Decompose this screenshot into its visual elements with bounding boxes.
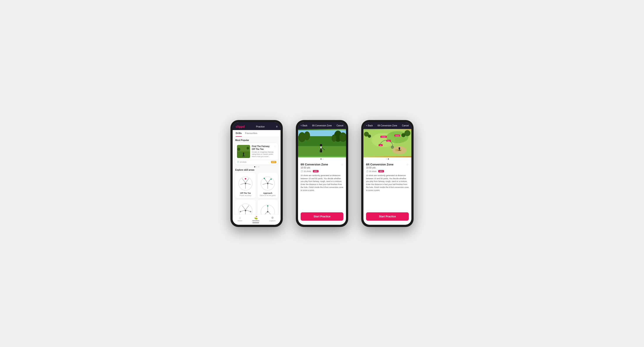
svg-point-81 bbox=[392, 147, 393, 148]
start-practice-button[interactable]: Start Practice bbox=[301, 212, 343, 221]
phone3-drill-meta: 🕐 20 shots ARG bbox=[366, 170, 409, 172]
nav-home[interactable]: ⌂ Home bbox=[238, 216, 242, 223]
featured-drill-subtitle: Off The Tee bbox=[252, 148, 270, 151]
svg-rect-59 bbox=[320, 146, 322, 148]
svg-text:Miss: Miss bbox=[387, 140, 390, 142]
svg-line-20 bbox=[264, 179, 268, 183]
svg-point-25 bbox=[270, 179, 272, 180]
featured-drill-card[interactable]: Find The Fairway Off The Tee ☆ Create an… bbox=[235, 143, 278, 165]
skill-areas-grid: Off The Tee Power accuracy bbox=[235, 173, 278, 214]
activities-icon: ⛳ bbox=[254, 216, 258, 219]
skill-desc-ott: Power accuracy bbox=[240, 194, 251, 196]
dot-3 bbox=[258, 166, 259, 167]
tab-drills[interactable]: Drills bbox=[236, 130, 242, 137]
svg-line-31 bbox=[240, 210, 246, 212]
svg-line-30 bbox=[246, 206, 249, 210]
active-indicator bbox=[252, 223, 259, 223]
cancel-button[interactable]: Cancel bbox=[336, 124, 343, 127]
phone3-drill-range: 10-50 yds bbox=[366, 167, 409, 169]
phone3-cancel-button[interactable]: Cancel bbox=[402, 124, 409, 127]
svg-point-2 bbox=[237, 148, 240, 151]
img-dot-2 bbox=[322, 158, 324, 160]
phone-1: clippd Practice ≡ Drills Favourites Most… bbox=[230, 120, 283, 227]
explore-title: Explore skill areas bbox=[235, 169, 278, 171]
phone3-clock-icon: 🕐 bbox=[366, 170, 368, 172]
svg-rect-7 bbox=[244, 156, 244, 156]
capture-label: Capture bbox=[269, 220, 275, 222]
back-button[interactable]: < Back bbox=[301, 124, 308, 127]
phone2-header: < Back 6ft Conversion Zone Cancel bbox=[298, 122, 346, 129]
hamburger-icon[interactable]: ≡ bbox=[276, 125, 278, 128]
drill-favourite-icon[interactable]: ☆ bbox=[341, 163, 343, 166]
tabs-row: Drills Favourites bbox=[232, 130, 280, 137]
svg-point-49 bbox=[304, 131, 310, 140]
most-popular-title: Most Popular bbox=[235, 139, 278, 141]
svg-text:Hit: Hit bbox=[380, 145, 382, 146]
clock-icon: 🕐 bbox=[237, 161, 239, 163]
phone3-drill-name: 6ft Conversion Zone bbox=[366, 163, 394, 166]
drill-photo bbox=[298, 129, 346, 157]
featured-drill-image bbox=[237, 145, 250, 158]
svg-point-52 bbox=[332, 135, 336, 142]
phone3-arg-badge: ARG bbox=[378, 170, 384, 172]
svg-point-35 bbox=[250, 211, 251, 212]
svg-point-54 bbox=[320, 144, 322, 146]
featured-drill-title: Find The Fairway bbox=[252, 145, 270, 148]
drill-description: 20 shots are randomly generated at dista… bbox=[301, 174, 343, 192]
clock-icon-2: 🕐 bbox=[301, 170, 303, 172]
phone3-start-practice-button[interactable]: Start Practice bbox=[366, 212, 409, 221]
skill-card-approach[interactable]: Approach Dial-in to hit the green bbox=[258, 173, 278, 198]
svg-line-41 bbox=[268, 211, 271, 214]
tab-favourites[interactable]: Favourites bbox=[245, 130, 258, 137]
phone1-content: Most Popular bbox=[232, 137, 280, 214]
skill-card-off-the-tee[interactable]: Off The Tee Power accuracy bbox=[235, 173, 256, 198]
phone3-shots-count: 🕐 20 shots bbox=[366, 170, 376, 172]
skill-name-ott: Off The Tee bbox=[240, 192, 251, 194]
drill-meta: 🕐 20 shots ARG bbox=[301, 170, 343, 172]
svg-text:SAND: SAND bbox=[398, 150, 401, 151]
carousel-dots bbox=[235, 166, 278, 167]
home-icon: ⌂ bbox=[239, 216, 241, 219]
nav-activities[interactable]: ⛳ Activities bbox=[252, 216, 260, 223]
drill-map: Hit Miss FAIRWAY ROUGH SAND bbox=[364, 129, 412, 157]
home-indicator bbox=[316, 224, 328, 224]
svg-rect-5 bbox=[243, 154, 244, 156]
svg-point-4 bbox=[243, 153, 244, 154]
phone3-image-dots bbox=[364, 157, 412, 161]
practice-title: Practice bbox=[256, 125, 265, 128]
ott-badge: OTT bbox=[271, 161, 276, 163]
phone3-header: < Back 6ft Conversion Zone Cancel bbox=[364, 122, 412, 129]
nav-capture[interactable]: ⊕ Capture bbox=[269, 216, 275, 223]
svg-text:ROUGH: ROUGH bbox=[395, 135, 399, 136]
phone3-drill-content: 6ft Conversion Zone ☆ 10-50 yds 🕐 20 sho… bbox=[364, 161, 412, 212]
svg-point-66 bbox=[368, 135, 371, 138]
drill-name: 6ft Conversion Zone bbox=[301, 163, 328, 166]
dot-1 bbox=[254, 166, 255, 167]
dot-2 bbox=[256, 166, 257, 167]
phone3-img-dot-1 bbox=[386, 158, 387, 160]
favourite-star-icon[interactable]: ☆ bbox=[274, 145, 276, 148]
phone3-favourite-icon[interactable]: ☆ bbox=[406, 163, 409, 166]
svg-point-68 bbox=[401, 133, 405, 137]
home-label: Home bbox=[238, 220, 242, 222]
skill-card-atg[interactable]: Around The Green Hone your short game bbox=[235, 200, 256, 214]
phone3-home-indicator bbox=[381, 224, 394, 224]
skill-desc-approach: Dial-in to hit the green bbox=[260, 194, 276, 196]
phone3-img-dot-2 bbox=[388, 158, 389, 160]
skill-card-putting[interactable]: Putting Make and lag practice bbox=[258, 200, 278, 214]
svg-line-13 bbox=[240, 183, 246, 185]
image-carousel-dots bbox=[298, 157, 346, 161]
phone-1-screen: clippd Practice ≡ Drills Favourites Most… bbox=[232, 122, 280, 225]
phone3-back-button[interactable]: < Back bbox=[366, 124, 373, 127]
phone3-drill-description: 20 shots are randomly generated at dista… bbox=[366, 174, 409, 192]
svg-text:FAIRWAY: FAIRWAY bbox=[381, 136, 386, 138]
svg-point-69 bbox=[398, 147, 400, 149]
featured-drill-text: Find The Fairway Off The Tee ☆ Create an… bbox=[252, 145, 276, 158]
capture-icon: ⊕ bbox=[271, 216, 274, 219]
shots-info: 🕐 10 shots bbox=[237, 161, 246, 163]
featured-drill-desc: Create an imaginary fairway using trees … bbox=[252, 151, 276, 158]
phone1-header: clippd Practice ≡ bbox=[232, 122, 280, 130]
phones-container: clippd Practice ≡ Drills Favourites Most… bbox=[230, 120, 414, 227]
phone-3-screen: < Back 6ft Conversion Zone Cancel bbox=[364, 122, 412, 225]
svg-rect-6 bbox=[243, 156, 243, 156]
